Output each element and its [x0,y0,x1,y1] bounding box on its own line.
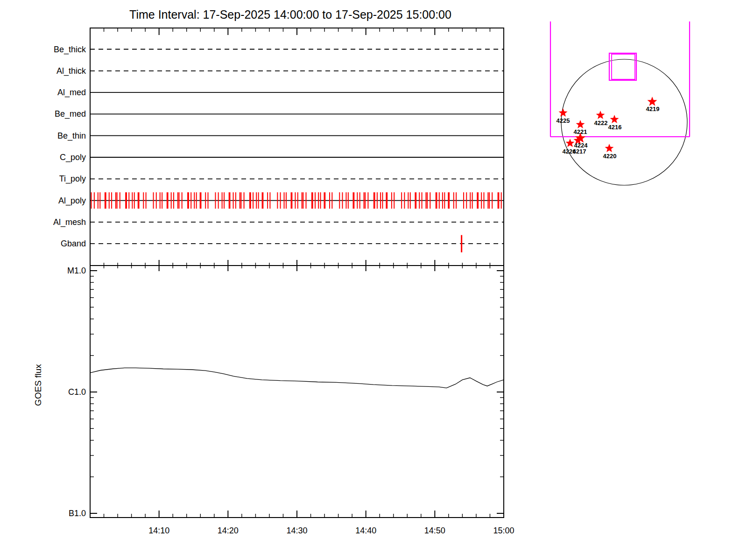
active-region-star-4222 [596,111,605,119]
channel-label-be_thin: Be_thin [57,131,86,141]
active-region-label-4224: 4224 [574,142,588,149]
solar-map: 422542214222421642194217422442264220 [550,21,690,185]
timeline-panel-border [90,28,504,266]
goes-flux-curve [90,368,504,388]
active-region-label-4220: 4220 [603,153,617,160]
channel-label-c_poly: C_poly [60,153,86,162]
goes-ytick-label-b1.0: B1.0 [69,509,86,518]
timeline-panel: Be_thickAl_thickAl_medBe_medBe_thinC_pol… [53,28,504,518]
channel-label-ti_poly: Ti_poly [59,174,86,184]
filter-channel-rows: Be_thickAl_thickAl_medBe_medBe_thinC_pol… [53,45,504,249]
active-region-star-4221 [576,120,585,128]
channel-label-gband: Gband [61,239,86,248]
channel-label-al_med: Al_med [57,88,86,98]
goes-xtick-label: 14:30 [286,526,307,535]
goes-y-axis-title: GOES flux [33,364,43,406]
goes-y-ticks: M1.0C1.0B1.0 [67,266,504,518]
goes-xtick-label: 14:50 [424,526,445,535]
active-region-label-4226: 4226 [563,148,576,155]
goes-x-ticks: 14:1014:2014:3014:4014:5015:00 [148,526,514,535]
goes-ytick-label-c1.0: C1.0 [68,387,86,397]
channel-label-al_thick: Al_thick [56,66,86,76]
sub-fov-box-inner [612,54,635,79]
page-title: Time Interval: 17-Sep-2025 14:00:00 to 1… [129,8,451,21]
channel-label-be_med: Be_med [55,109,86,119]
channel-label-al_poly: Al_poly [58,196,86,206]
sub-fov-box-outer [609,53,636,80]
plot-scene: Time Interval: 17-Sep-2025 14:00:00 to 1… [0,0,747,560]
goes-xtick-label: 14:10 [148,526,169,535]
active-region-label-4219: 4219 [646,105,660,112]
active-region-star-4220 [605,144,614,152]
goes-flux-panel: GOES flux M1.0C1.0B1.0 14:1014:2014:3014… [33,266,514,535]
active-region-label-4225: 4225 [557,117,570,124]
channel-label-al_mesh: Al_mesh [53,217,86,227]
active-region-markers: 422542214222421642194217422442264220 [557,97,660,160]
active-region-star-4225 [559,108,568,117]
timeline-time-ticks [90,28,504,518]
goes-panel-border [90,266,504,518]
channel-label-be_thick: Be_thick [54,45,86,55]
goes-xtick-label: 14:40 [355,526,376,535]
active-region-star-4219 [648,97,657,106]
active-region-label-4222: 4222 [594,119,608,126]
goes-xtick-label: 14:20 [218,526,239,535]
active-region-star-4226 [566,139,575,147]
goes-xtick-label: 15:00 [493,526,514,535]
xrt-planning-screen: Time Interval: 17-Sep-2025 14:00:00 to 1… [0,0,747,560]
active-region-label-4216: 4216 [608,124,622,131]
active-region-star-4216 [610,115,619,123]
goes-ytick-label-m1.0: M1.0 [67,266,86,275]
